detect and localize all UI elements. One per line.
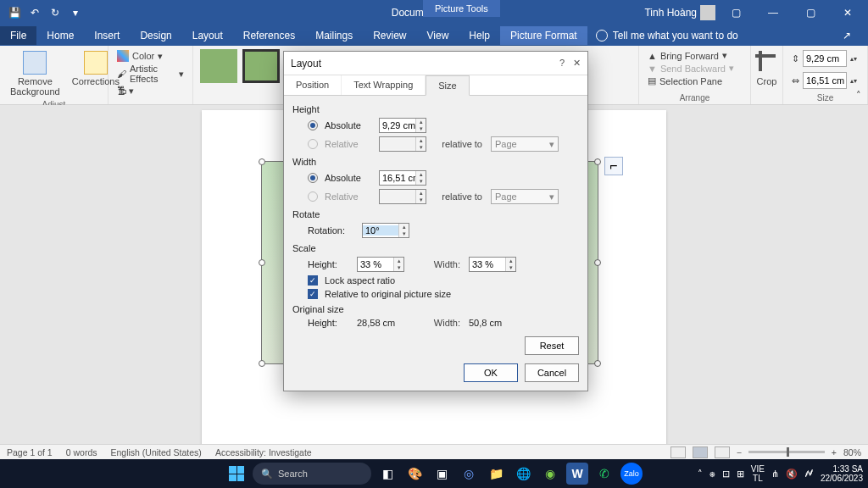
- word-icon[interactable]: W: [566, 463, 588, 485]
- whatsapp-icon[interactable]: ✆: [593, 463, 615, 485]
- page-indicator[interactable]: Page 1 of 1: [7, 447, 53, 458]
- taskbar-search[interactable]: 🔍Search: [253, 463, 371, 485]
- spin-up-icon[interactable]: ▴: [394, 258, 403, 264]
- tab-size[interactable]: Size: [426, 75, 469, 96]
- task-view-icon[interactable]: ◧: [376, 463, 398, 485]
- help-icon[interactable]: ?: [559, 58, 565, 69]
- relative-to-label: relative to: [435, 139, 482, 149]
- chevron-down-icon: ▾: [549, 139, 554, 150]
- scale-heading: Scale: [292, 240, 579, 255]
- relative-label: Relative: [325, 139, 376, 149]
- scale-height-input[interactable]: [358, 259, 393, 269]
- relative-to-label: relative to: [435, 191, 482, 202]
- battery-icon[interactable]: 🗲: [804, 469, 814, 479]
- reset-button[interactable]: Reset: [525, 336, 579, 355]
- taskbar-app[interactable]: ◉: [539, 463, 561, 485]
- width-relative-radio[interactable]: [308, 191, 318, 202]
- tray-icon[interactable]: ⎈: [709, 469, 715, 479]
- tray-icon[interactable]: ⊡: [722, 469, 730, 480]
- spin-up-icon[interactable]: ▴: [399, 224, 409, 230]
- width-absolute-input[interactable]: [380, 173, 415, 183]
- height-relative-radio[interactable]: [308, 139, 318, 149]
- clock[interactable]: 1:33 SA22/06/2023: [821, 464, 863, 483]
- cancel-button[interactable]: Cancel: [525, 363, 579, 382]
- rotate-heading: Rotate: [292, 206, 579, 221]
- orig-width-value: 50,8 cm: [469, 318, 502, 328]
- height-absolute-input[interactable]: [380, 120, 415, 130]
- tray-icon[interactable]: ⊞: [737, 469, 744, 480]
- scale-width-label: Width:: [413, 259, 460, 269]
- spin-down-icon[interactable]: ▾: [416, 178, 426, 185]
- zoom-out-icon[interactable]: −: [737, 447, 742, 458]
- absolute-label: Absolute: [325, 173, 376, 183]
- word-count[interactable]: 0 words: [66, 447, 97, 458]
- ok-button[interactable]: OK: [464, 363, 518, 382]
- width-absolute-radio[interactable]: [308, 173, 318, 183]
- spin-down-icon[interactable]: ▾: [399, 230, 409, 237]
- absolute-label: Absolute: [325, 120, 376, 130]
- relative-original-checkbox[interactable]: ✓: [308, 289, 318, 299]
- zoom-in-icon[interactable]: +: [832, 447, 837, 458]
- scale-height-label: Height:: [308, 259, 353, 269]
- file-explorer-icon[interactable]: 📁: [485, 463, 507, 485]
- spin-up-icon[interactable]: ▴: [416, 119, 426, 125]
- height-relative-to-dropdown[interactable]: Page▾: [491, 136, 559, 152]
- scale-width-input[interactable]: [470, 259, 505, 269]
- input-language[interactable]: VIETL: [751, 464, 765, 483]
- taskbar: 🔍Search ◧ 🎨 ▣ ◎ 📁 🌐 ◉ W ✆ Zalo ˄ ⎈ ⊡ ⊞ V…: [0, 459, 868, 488]
- width-relative-to-dropdown[interactable]: Page▾: [491, 189, 559, 204]
- zoom-slider[interactable]: [748, 451, 825, 453]
- spin-down-icon[interactable]: ▾: [506, 264, 515, 271]
- orig-height-label: Height:: [308, 318, 353, 328]
- search-icon: 🔍: [261, 469, 273, 480]
- lock-aspect-label: Lock aspect ratio: [325, 275, 395, 286]
- rotation-label: Rotation:: [308, 225, 359, 236]
- relative-original-label: Relative to original picture size: [325, 289, 451, 299]
- original-size-heading: Original size: [292, 301, 579, 316]
- orig-height-value: 28,58 cm: [357, 318, 404, 328]
- wifi-icon[interactable]: ⋔: [771, 469, 779, 480]
- print-layout-icon[interactable]: [693, 446, 708, 458]
- taskbar-app[interactable]: ◎: [458, 463, 480, 485]
- statusbar: Page 1 of 1 0 words English (United Stat…: [0, 444, 868, 459]
- tray-chevron-icon[interactable]: ˄: [698, 469, 703, 480]
- height-relative-input: [380, 139, 415, 149]
- spin-up-icon[interactable]: ▴: [416, 171, 426, 178]
- height-absolute-radio[interactable]: [308, 120, 318, 130]
- tab-position[interactable]: Position: [284, 75, 342, 95]
- zoom-level[interactable]: 80%: [843, 447, 861, 458]
- taskbar-app[interactable]: ▣: [431, 463, 453, 485]
- tab-text-wrapping[interactable]: Text Wrapping: [342, 75, 426, 95]
- web-layout-icon[interactable]: [715, 446, 730, 458]
- width-heading: Width: [292, 153, 579, 169]
- start-button[interactable]: [225, 463, 248, 485]
- orig-width-label: Width:: [413, 318, 460, 328]
- zalo-icon[interactable]: Zalo: [620, 463, 643, 485]
- read-mode-icon[interactable]: [670, 446, 686, 458]
- spin-down-icon[interactable]: ▾: [394, 264, 403, 271]
- language-indicator[interactable]: English (United States): [110, 447, 201, 458]
- lock-aspect-ratio-checkbox[interactable]: ✓: [308, 275, 318, 286]
- relative-label: Relative: [325, 191, 376, 202]
- volume-icon[interactable]: 🔇: [786, 469, 798, 480]
- chrome-icon[interactable]: 🌐: [512, 463, 534, 485]
- height-heading: Height: [292, 101, 579, 116]
- spin-down-icon[interactable]: ▾: [416, 125, 426, 132]
- close-icon[interactable]: ✕: [573, 58, 581, 69]
- dialog-title: Layout: [291, 58, 321, 69]
- chevron-down-icon: ▾: [549, 191, 554, 202]
- taskbar-app[interactable]: 🎨: [403, 463, 426, 485]
- layout-dialog: Layout ? ✕ Position Text Wrapping Size H…: [283, 51, 588, 391]
- rotation-input[interactable]: [363, 225, 398, 236]
- width-relative-input: [380, 191, 415, 202]
- accessibility-indicator[interactable]: Accessibility: Investigate: [215, 447, 312, 458]
- spin-up-icon[interactable]: ▴: [506, 258, 515, 264]
